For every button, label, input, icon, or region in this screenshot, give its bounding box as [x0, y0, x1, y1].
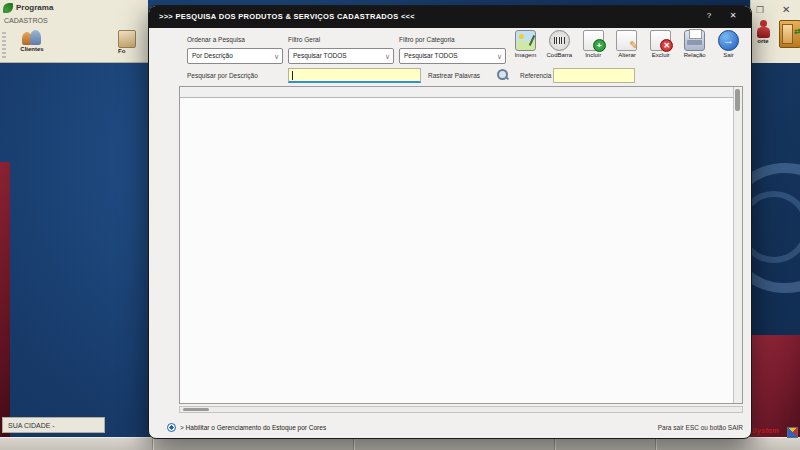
decorative-swirl-small: [750, 191, 800, 263]
app-logo-icon: [3, 3, 13, 13]
exit-hint-label: Para sair ESC ou botão SAIR: [658, 424, 743, 431]
decorative-curtain: [750, 335, 800, 437]
taskbar-divider: [353, 439, 355, 450]
button-label: Sair: [712, 52, 745, 58]
table-header: [180, 87, 742, 98]
referencia-label: Referencia: [520, 72, 551, 79]
badge-glyph: +: [593, 39, 606, 52]
badge-glyph: ✕: [660, 39, 673, 52]
rastrear-palavras-label: Rastrear Palavras: [428, 72, 480, 79]
chevron-down-icon: ∨: [497, 50, 502, 64]
relação-button[interactable]: Relação: [678, 30, 711, 67]
desktop: Programa CADASTROS Clientes Fo ❐ ✕ orte …: [0, 0, 800, 450]
products-table: [179, 86, 743, 404]
search-icon[interactable]: [496, 68, 509, 81]
exit-door-icon[interactable]: [779, 20, 800, 48]
table-body: [180, 98, 742, 404]
printer-icon: [684, 30, 705, 51]
dialog-body: Ordenar a Pesquisa Filtro Geral Filtro p…: [149, 28, 751, 438]
background-art-right: [750, 63, 800, 437]
person-card-icon: [118, 30, 136, 48]
pesquisar-descricao-label: Pesquisar por Descrição: [187, 72, 258, 79]
edit-page-icon: ✎: [616, 30, 637, 51]
button-label: Relação: [678, 52, 711, 58]
clientes-label: Clientes: [10, 46, 54, 52]
filtro-categoria-value: Pesquisar TODOS: [404, 52, 458, 59]
horizontal-scrollbar[interactable]: [179, 406, 743, 413]
dialog-titlebar[interactable]: >>> PESQUISA DOS PRODUTOS & SERVIÇOS CAD…: [149, 6, 751, 28]
suporte-button[interactable]: orte: [753, 20, 773, 48]
suporte-label-fragment: orte: [753, 38, 773, 44]
brand-system-label: System: [752, 426, 779, 435]
barcode-icon: [549, 30, 570, 51]
fornecedor-button[interactable]: Fo: [118, 30, 148, 60]
ordenar-value: Por Descrição: [192, 52, 233, 59]
button-label: CodBarra: [543, 52, 576, 58]
button-label: Excluir: [644, 52, 677, 58]
background-window-title: Programa: [16, 3, 53, 12]
background-left-window: Programa CADASTROS Clientes Fo: [0, 0, 148, 63]
toolbar-grip: [2, 32, 6, 58]
incluir-button[interactable]: +Incluir: [577, 30, 610, 67]
stock-manage-label: > Habilitar o Gerenciamento do Estoque p…: [180, 424, 326, 431]
filtro-categoria-select[interactable]: Pesquisar TODOS ∨: [399, 48, 506, 64]
menu-cadastros[interactable]: CADASTROS: [4, 17, 48, 24]
button-label: Imagem: [509, 52, 542, 58]
clientes-button[interactable]: Clientes: [10, 30, 54, 60]
ordenar-select[interactable]: Por Descrição ∨: [187, 48, 283, 64]
excluir-button[interactable]: ✕Excluir: [644, 30, 677, 67]
taskbar-divider: [655, 439, 657, 450]
taskbar-divider: [152, 439, 154, 450]
filtro-geral-select[interactable]: Pesquisar TODOS ∨: [288, 48, 394, 64]
help-button[interactable]: ?: [701, 11, 717, 24]
people-icon: [21, 30, 43, 46]
ordenar-label: Ordenar a Pesquisa: [187, 36, 245, 43]
delete-page-icon: ✕: [650, 30, 671, 51]
image-icon: [515, 30, 536, 51]
chevron-down-icon: ∨: [385, 50, 390, 64]
text-caret: [292, 71, 293, 80]
button-label: Incluir: [577, 52, 610, 58]
brand-logo-icon: [787, 427, 798, 438]
restore-window-icon[interactable]: ❐: [756, 5, 764, 15]
alterar-button[interactable]: ✎Alterar: [610, 30, 643, 67]
taskbar-divider: [554, 439, 556, 450]
button-label: Alterar: [610, 52, 643, 58]
pencil-icon: ✎: [629, 39, 638, 52]
stock-legend: > Habilitar o Gerenciamento do Estoque p…: [167, 420, 743, 435]
filtro-geral-label: Filtro Geral: [288, 36, 320, 43]
codbarra-button[interactable]: CodBarra: [543, 30, 576, 67]
close-window-icon[interactable]: ✕: [782, 4, 790, 15]
exit-arrow-icon: →: [718, 30, 739, 51]
close-icon[interactable]: ✕: [725, 11, 741, 24]
pesquisa-produtos-dialog: >>> PESQUISA DOS PRODUTOS & SERVIÇOS CAD…: [148, 5, 752, 439]
pesquisar-descricao-input[interactable]: [288, 68, 421, 83]
vertical-scrollbar[interactable]: [733, 87, 742, 403]
referencia-input[interactable]: [553, 68, 635, 83]
chevron-down-icon: ∨: [274, 50, 279, 64]
dialog-title: >>> PESQUISA DOS PRODUTOS & SERVIÇOS CAD…: [159, 12, 415, 21]
sair-button[interactable]: →Sair: [712, 30, 745, 67]
dialog-toolbar: ImagemCodBarra+Incluir✎Alterar✕ExcluirRe…: [509, 30, 745, 67]
imagem-button[interactable]: Imagem: [509, 30, 542, 67]
scrollbar-thumb[interactable]: [735, 89, 740, 111]
filtro-geral-value: Pesquisar TODOS: [293, 52, 347, 59]
filtro-categoria-label: Filtro por Categoria: [399, 36, 455, 43]
background-art-left: [0, 162, 10, 437]
stock-colors-radio[interactable]: [167, 423, 176, 432]
scrollbar-thumb[interactable]: [183, 408, 209, 411]
status-city-label: SUA CIDADE -: [2, 417, 105, 433]
fornecedor-label-fragment: Fo: [118, 48, 148, 54]
add-page-icon: +: [583, 30, 604, 51]
person-icon: [757, 20, 770, 38]
